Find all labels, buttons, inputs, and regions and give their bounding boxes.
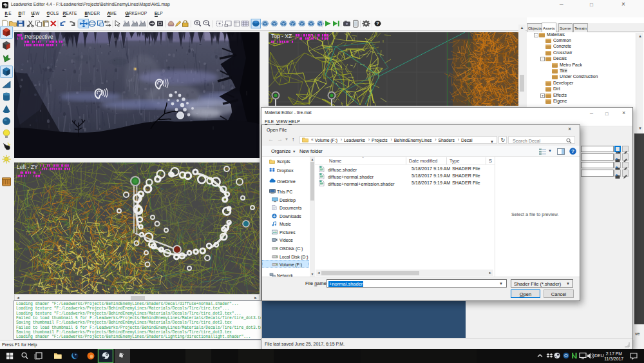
svg-text:?: ? <box>376 21 379 26</box>
svg-text:Left - ZY: Left - ZY <box>17 164 38 170</box>
svg-text:2:17 PM: 2:17 PM <box>606 351 623 356</box>
svg-text:DEU: DEU <box>594 353 604 358</box>
svg-text:11/3/2017: 11/3/2017 <box>604 357 623 361</box>
svg-text:Top - XZ: Top - XZ <box>271 33 292 39</box>
svg-text:Perspective: Perspective <box>24 34 53 40</box>
svg-text:?: ? <box>571 148 574 154</box>
